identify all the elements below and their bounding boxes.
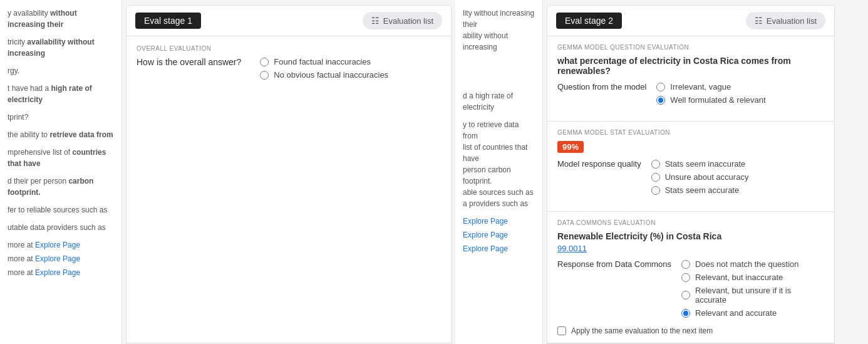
eval-list-button-2[interactable]: ☷ Evaluation list <box>746 12 825 29</box>
list-icon-2: ☷ <box>755 16 763 26</box>
option-not-match[interactable]: Does not match the question <box>681 259 824 269</box>
overall-eval-section: OVERALL EVALUATION How is the overall an… <box>137 45 441 80</box>
explore-link-2[interactable]: Explore Page <box>35 254 80 263</box>
gemma-stat-section: GEMMA MODEL STAT EVALUATION 99% Model re… <box>547 122 834 212</box>
panel2-title: Eval stage 2 <box>556 13 622 29</box>
option-not-match-label: Does not match the question <box>695 259 799 269</box>
option-relevant-accurate[interactable]: Relevant and accurate <box>681 308 824 318</box>
bg-line-10: utable data providers such as <box>8 223 106 232</box>
eval-list-label-1: Evaluation list <box>383 16 433 26</box>
apply-same-label: Apply the same evaluation to the next it… <box>571 326 713 335</box>
explore-link-m2[interactable]: Explore Page <box>463 231 508 239</box>
dc-value: 99.0011 <box>557 244 587 253</box>
gemma-section-label: GEMMA MODEL QUESTION EVALUATION <box>557 44 824 51</box>
option-stats-accurate[interactable]: Stats seem accurate <box>651 185 749 195</box>
left-bg-text: y availability without increasing their … <box>0 0 122 344</box>
bg-line-1: y availability without increasing their <box>8 9 77 29</box>
dc-title: Renewable Electricity (%) in Costa Rica <box>557 231 824 241</box>
option-relevant-accurate-label: Relevant and accurate <box>695 308 777 318</box>
option-relevant-inaccurate-label: Relevant, but inaccurate <box>695 273 783 282</box>
model-response-row: Model response quality Stats seem inaccu… <box>557 159 824 195</box>
stat-badge: 99% <box>557 141 584 153</box>
bg-line-9: fer to reliable sources such as <box>8 206 107 214</box>
middle-bg-text: lity without increasing their ability wi… <box>455 0 543 344</box>
panel1-title: Eval stage 1 <box>135 13 201 29</box>
question-from-model-label: Question from the model <box>557 82 646 91</box>
eval-stage-2-panel: Eval stage 2 ☷ Evaluation list GEMMA MOD… <box>547 5 835 344</box>
option-irrelevant-label: Irrelevant, vague <box>670 82 731 91</box>
option-stats-inaccurate[interactable]: Stats seem inaccurate <box>651 159 749 169</box>
option-relevant-unsure-label: Relevant, but unsure if it is accurate <box>695 286 824 305</box>
option-stats-accurate-label: Stats seem accurate <box>665 185 740 195</box>
option-relevant-unsure[interactable]: Relevant, but unsure if it is accurate <box>681 286 824 305</box>
bg-line-2: tricity availability without increasing <box>8 38 95 58</box>
eval-stage-1-panel: Eval stage 1 ☷ Evaluation list OVERALL E… <box>126 5 452 344</box>
bg-line-8: d their per person carbon footprint. <box>8 177 93 197</box>
overall-question: How is the overall answer? <box>137 57 241 67</box>
dc-section-label: DATA COMMONS EVALUATION <box>557 219 824 226</box>
response-from-dc-label: Response from Data Commons <box>557 259 671 269</box>
option-no-inaccuracies[interactable]: No obvious factual inaccuracies <box>260 70 388 80</box>
explore-link-m1[interactable]: Explore Page <box>463 217 508 226</box>
option-irrelevant[interactable]: Irrelevant, vague <box>656 82 765 91</box>
model-response-options: Stats seem inaccurate Unsure about accur… <box>651 159 749 195</box>
data-commons-section: DATA COMMONS EVALUATION Renewable Electr… <box>547 212 834 343</box>
panel2-content: GEMMA MODEL QUESTION EVALUATION what per… <box>547 36 834 343</box>
panel1-header: Eval stage 1 ☷ Evaluation list <box>127 6 451 36</box>
option-unsure-accuracy-label: Unsure about accuracy <box>665 172 749 182</box>
stat-section-label: GEMMA MODEL STAT EVALUATION <box>557 129 824 136</box>
panel2-header: Eval stage 2 ☷ Evaluation list <box>547 6 834 36</box>
option-relevant-inaccurate[interactable]: Relevant, but inaccurate <box>681 273 824 282</box>
option-factual-label: Found factual inaccuracies <box>274 57 371 66</box>
eval-list-button-1[interactable]: ☷ Evaluation list <box>363 12 442 29</box>
bg-line-4: t have had a high rate of electricity <box>8 84 92 104</box>
panel1-content: OVERALL EVALUATION How is the overall an… <box>127 36 451 343</box>
option-no-inaccuracies-label: No obvious factual inaccuracies <box>274 70 388 80</box>
bg-line-7: mprehensive list of countries that have <box>8 148 106 168</box>
bg-line-3: rgy. <box>8 66 19 75</box>
model-response-label: Model response quality <box>557 159 641 169</box>
option-unsure-accuracy[interactable]: Unsure about accuracy <box>651 172 749 182</box>
response-options: Does not match the question Relevant, bu… <box>681 259 824 318</box>
explore-link-1[interactable]: Explore Page <box>35 241 80 249</box>
gemma-question-text: what percentage of electricity in Costa … <box>557 56 824 76</box>
explore-link-3[interactable]: Explore Page <box>35 268 80 277</box>
bg-line-6: the ability to retrieve data from <box>8 130 113 139</box>
eval-list-label-2: Evaluation list <box>767 16 817 26</box>
explore-links-left: more at Explore Page more at Explore Pag… <box>8 239 114 278</box>
overall-eval-label: OVERALL EVALUATION <box>137 45 441 52</box>
gemma-question-section: GEMMA MODEL QUESTION EVALUATION what per… <box>547 36 834 122</box>
apply-same-checkbox[interactable] <box>557 326 566 335</box>
overall-options: Found factual inaccuracies No obvious fa… <box>260 57 388 80</box>
question-from-model-options: Irrelevant, vague Well formulated & rele… <box>656 82 765 105</box>
apply-same-row: Apply the same evaluation to the next it… <box>557 326 824 335</box>
question-from-model-row: Question from the model Irrelevant, vagu… <box>557 82 824 105</box>
list-icon-1: ☷ <box>371 16 380 26</box>
option-stats-inaccurate-label: Stats seem inaccurate <box>665 159 746 169</box>
option-well-formulated-label: Well formulated & relevant <box>670 95 765 105</box>
bg-line-5: tprint? <box>8 113 28 122</box>
explore-link-m3[interactable]: Explore Page <box>463 244 508 253</box>
option-factual-inaccuracies[interactable]: Found factual inaccuracies <box>260 57 388 66</box>
option-well-formulated[interactable]: Well formulated & relevant <box>656 95 765 105</box>
response-from-dc-row: Response from Data Commons Does not matc… <box>557 259 824 318</box>
